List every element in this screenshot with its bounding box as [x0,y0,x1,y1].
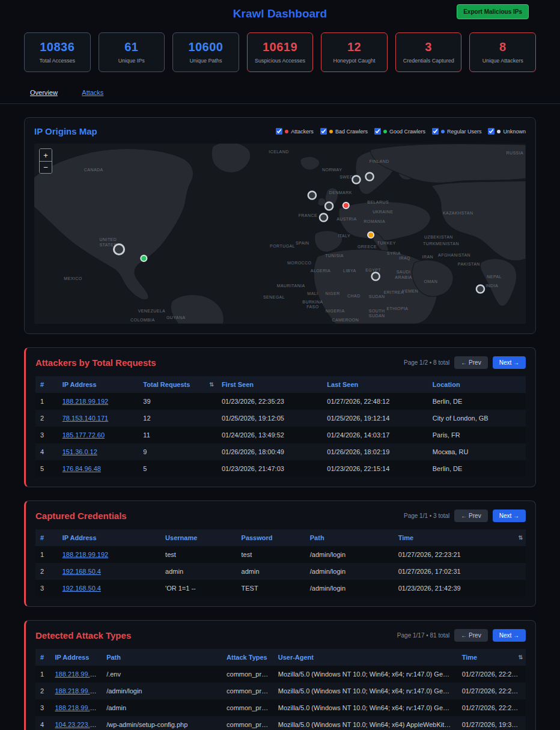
cell-ip-address: 188.218.99.192 [58,546,160,563]
map-marker-cluster[interactable] [320,214,327,222]
cell-attack-types: common_probes [222,699,273,716]
map-country-label: FINLAND [370,159,389,163]
map-country-label: IRAN [422,255,433,259]
col-header-last-seen[interactable]: Last Seen [322,376,427,393]
map-marker-cluster[interactable] [308,192,316,199]
col-header-ip-address[interactable]: IP Address [58,376,139,393]
sort-icon[interactable]: ⇅ [518,654,523,660]
table-row: 1188.218.99.192testtest/admin/login01/27… [35,546,526,563]
stat-value: 8 [472,40,533,54]
attackers-panel: Attackers by Total Requests Page 1/2 • 8… [24,347,536,487]
ip-link[interactable]: 151.36.0.12 [62,448,97,455]
map-marker-cluster[interactable] [114,245,124,255]
map-country-label: SYRIA [387,251,401,255]
attack-types-next-button[interactable]: Next → [493,629,526,642]
cell-time: 01/27/2026, 22:23:21 [457,683,526,699]
cell-username: 'OR 1=1 -- [160,580,236,597]
attackers-prev-button[interactable]: ← Prev [454,356,487,369]
col-header-total-requests[interactable]: Total Requests⇅ [138,376,217,393]
col-header-[interactable]: # [35,649,50,666]
table-row: 1188.218.99.1923901/23/2026, 22:35:2301/… [35,393,526,410]
world-map[interactable]: ICELANDRUSSIACANADANORWAYSWEDENFINLANDDE… [34,144,526,324]
ip-link[interactable]: 188.218.99.192 [62,398,108,405]
col-header-ip-address[interactable]: IP Address [58,529,160,546]
map-zoom-out-button[interactable]: − [40,161,52,173]
col-header-first-seen[interactable]: First Seen [217,376,322,393]
tab-overview[interactable]: Overview [30,89,58,96]
stat-card-unique-paths: 10600Unique Paths [172,32,239,72]
stat-value: 61 [102,40,162,54]
ip-link[interactable]: 185.177.72.60 [62,431,105,439]
credentials-panel-header: Captured Credentials Page 1/1 • 3 total … [35,509,526,522]
attack-types-panel-header: Detected Attack Types Page 1/17 • 81 tot… [35,629,526,642]
cell-: 4 [35,443,58,460]
stat-card-suspicious-accesses: 10619Suspicious Accesses [247,32,314,72]
map-country-label: MOROCCO [287,261,312,265]
cell-ip-address: 78.153.140.171 [58,410,139,427]
map-country-label: BELARUS [367,200,389,204]
legend-dot [441,130,445,133]
attack-types-prev-button[interactable]: ← Prev [454,629,487,642]
col-header-time[interactable]: Time⇅ [394,529,526,546]
legend-checkbox-unknown[interactable] [488,128,495,135]
attackers-next-button[interactable]: Next → [493,356,526,369]
col-header-user-agent[interactable]: User-Agent [273,649,457,666]
map-panel-header: IP Origins Map AttackersBad CrawlersGood… [34,126,526,136]
col-header-location[interactable]: Location [428,376,526,393]
legend-checkbox-attackers[interactable] [276,128,282,135]
col-header-password[interactable]: Password [237,529,305,546]
col-header-[interactable]: # [35,376,58,393]
cell-password: TEST [237,580,305,597]
ip-link[interactable]: 78.153.140.171 [62,415,108,422]
col-header-[interactable]: # [35,529,58,546]
map-country-label: UZBEKISTAN [424,235,453,239]
col-header-username[interactable]: Username [160,529,236,546]
col-header-path[interactable]: Path [305,529,394,546]
ip-link[interactable]: 192.168.50.4 [62,568,101,575]
ip-link[interactable]: 104.23.223.128 [55,721,100,728]
cell-last-seen: 01/24/2026, 14:03:17 [322,427,427,443]
credentials-prev-button[interactable]: ← Prev [454,509,487,522]
legend-checkbox-good-crawlers[interactable] [374,128,381,135]
map-country-label: MALI [307,291,318,296]
cell-path: /admin/login [102,683,222,699]
sort-icon[interactable]: ⇅ [518,535,523,541]
map-country-label: AFGHANISTAN [438,253,470,257]
map-marker-cluster[interactable] [325,202,333,210]
map-marker-good[interactable] [141,255,147,261]
col-header-ip-address[interactable]: IP Address [50,649,102,666]
cell-: 3 [35,699,50,716]
ip-link[interactable]: 176.84.96.48 [62,465,101,472]
credentials-next-button[interactable]: Next → [493,509,526,522]
map-marker-cluster[interactable] [372,273,380,281]
stat-value: 10836 [27,40,88,54]
stat-label: Unique Attackers [472,58,533,64]
legend-label: Regular Users [447,129,482,135]
legend-checkbox-bad-crawlers[interactable] [320,128,327,135]
ip-link[interactable]: 188.218.99.192 [55,687,100,695]
map-country-label: FRANCE [299,213,317,217]
col-header-path[interactable]: Path [102,649,222,666]
map-marker-cluster[interactable] [366,173,374,181]
export-malicious-ips-button[interactable]: Export Malicious IPs [457,4,529,19]
map-marker-cluster[interactable] [352,176,360,184]
col-header-time[interactable]: Time⇅ [457,649,526,666]
sort-icon[interactable]: ⇅ [209,382,214,388]
legend-checkbox-regular-users[interactable] [432,128,439,135]
map-country-label: CHAD [347,294,361,298]
map-zoom-in-button[interactable]: + [40,149,52,161]
map-marker-cluster[interactable] [476,285,484,293]
tab-attacks[interactable]: Attacks [82,89,103,96]
ip-link[interactable]: 188.218.99.192 [55,704,100,711]
cell-first-seen: 01/23/2026, 21:47:03 [217,460,322,477]
cell-time: 01/27/2026, 17:02:31 [394,563,526,580]
map-panel-title: IP Origins Map [34,126,97,136]
map-marker-attacker[interactable] [343,202,349,208]
ip-link[interactable]: 188.218.99.192 [62,551,108,558]
ip-link[interactable]: 188.218.99.192 [55,671,100,678]
cell-last-seen: 01/27/2026, 22:48:12 [322,393,427,410]
cell-location: Москва, RU [428,443,526,460]
col-header-attack-types[interactable]: Attack Types [222,649,273,666]
map-marker-bad[interactable] [368,232,374,238]
ip-link[interactable]: 192.168.50.4 [62,585,101,592]
